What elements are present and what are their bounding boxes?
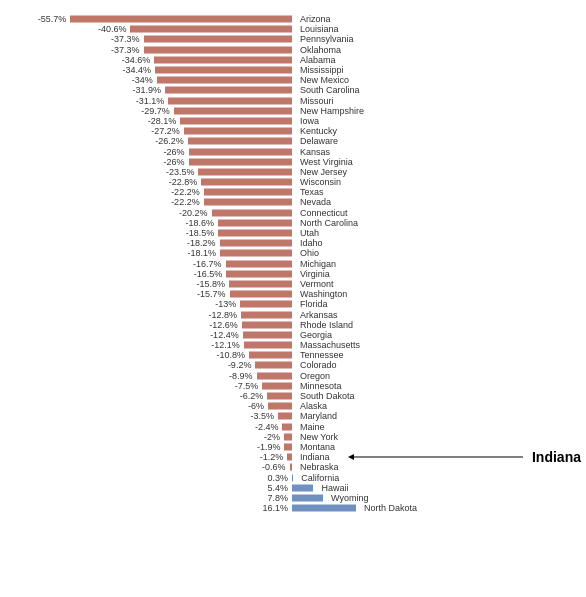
bar-value-label: -23.5% — [144, 167, 196, 177]
bar-row: -9.2%Colorado — [0, 360, 586, 370]
state-name-label: Minnesota — [300, 381, 342, 391]
negative-bar — [242, 321, 292, 328]
state-name-label: Nevada — [300, 197, 331, 207]
bar-row: -22.2%Texas — [0, 187, 586, 197]
negative-bar — [130, 26, 292, 33]
bar-row: -26.2%Delaware — [0, 136, 586, 146]
state-name-label: Mississippi — [300, 65, 344, 75]
state-name-label: Indiana — [300, 452, 330, 462]
negative-bar — [244, 342, 292, 349]
bar-row: -12.1%Massachusetts — [0, 340, 586, 350]
bar-value-label: -34.4% — [101, 65, 153, 75]
bar-value-label: -26.2% — [134, 136, 186, 146]
negative-bar — [201, 179, 292, 186]
bar-row: -6%Alaska — [0, 401, 586, 411]
state-name-label: Utah — [300, 228, 319, 238]
negative-bar — [284, 433, 292, 440]
state-name-label: Maine — [300, 422, 325, 432]
negative-bar — [157, 77, 292, 84]
state-name-label: Washington — [300, 289, 347, 299]
state-name-label: Arkansas — [300, 310, 338, 320]
negative-bar — [262, 382, 292, 389]
negative-bar — [204, 189, 292, 196]
bar-value-label: -40.6% — [76, 24, 128, 34]
state-name-label: Wisconsin — [300, 177, 341, 187]
state-name-label: Delaware — [300, 136, 338, 146]
bar-row: -7.5%Minnesota — [0, 381, 586, 391]
state-name-label: Rhode Island — [300, 320, 353, 330]
positive-bar — [292, 484, 313, 491]
bar-row: -12.6%Rhode Island — [0, 320, 586, 330]
bar-value-label: -26% — [135, 147, 187, 157]
negative-bar — [218, 219, 292, 226]
state-name-label: Kansas — [300, 147, 330, 157]
negative-bar — [282, 423, 292, 430]
negative-bar — [218, 230, 292, 237]
chart-container: -55.7%Arizona-40.6%Louisiana-37.3%Pennsy… — [0, 0, 586, 597]
state-name-label: New Hampshire — [300, 106, 364, 116]
bar-row: -26%Kansas — [0, 146, 586, 156]
bar-value-label: -29.7% — [120, 106, 172, 116]
bar-value-label: -3.5% — [224, 411, 276, 421]
state-name-label: Ohio — [300, 248, 319, 258]
bar-row: 0.3%California — [0, 472, 586, 482]
negative-bar — [240, 301, 292, 308]
negative-bar — [257, 372, 292, 379]
bar-row: -31.9%South Carolina — [0, 85, 586, 95]
bar-value-label: -26% — [135, 157, 187, 167]
bar-value-label: -18.2% — [166, 238, 218, 248]
negative-bar — [229, 280, 292, 287]
state-name-label: Kentucky — [300, 126, 337, 136]
state-name-label: Missouri — [300, 96, 334, 106]
state-name-label: Pennsylvania — [300, 34, 354, 44]
bar-value-label: -12.6% — [188, 320, 240, 330]
bar-row: -37.3%Pennsylvania — [0, 34, 586, 44]
state-name-label: Arizona — [300, 14, 331, 24]
negative-bar — [198, 168, 292, 175]
state-name-label: Alabama — [300, 55, 336, 65]
state-name-label: South Carolina — [300, 85, 360, 95]
bar-row: -18.6%North Carolina — [0, 218, 586, 228]
bar-row: -18.1%Ohio — [0, 248, 586, 258]
bar-row: -22.8%Wisconsin — [0, 177, 586, 187]
negative-bar — [267, 393, 292, 400]
positive-bar — [292, 494, 323, 501]
bar-value-label: -22.2% — [150, 187, 202, 197]
bar-value-label: -15.7% — [176, 289, 228, 299]
bar-value-label: -13% — [186, 299, 238, 309]
bar-row: -10.8%Tennessee — [0, 350, 586, 360]
state-name-label: Massachusetts — [300, 340, 360, 350]
bar-row: -34.6%Alabama — [0, 55, 586, 65]
bar-row: -22.2%Nevada — [0, 197, 586, 207]
state-name-label: Texas — [300, 187, 324, 197]
bar-value-label: -9.2% — [201, 360, 253, 370]
state-name-label: Oregon — [300, 371, 330, 381]
state-name-label: Michigan — [300, 259, 336, 269]
state-name-label: California — [301, 473, 339, 483]
state-name-label: Georgia — [300, 330, 332, 340]
state-name-label: New York — [300, 432, 338, 442]
negative-bar — [249, 352, 292, 359]
bar-value-label: 0.3% — [238, 473, 290, 483]
bar-row: -40.6%Louisiana — [0, 24, 586, 34]
negative-bar — [180, 117, 292, 124]
bar-value-label: -18.1% — [166, 248, 218, 258]
negative-bar — [226, 270, 292, 277]
bar-value-label: -18.6% — [164, 218, 216, 228]
bar-value-label: -12.8% — [187, 310, 239, 320]
bar-row: -16.7%Michigan — [0, 259, 586, 269]
bar-value-label: -1.9% — [230, 442, 282, 452]
negative-bar — [278, 413, 292, 420]
state-name-label: Nebraska — [300, 462, 339, 472]
negative-bar — [204, 199, 292, 206]
bar-value-label: -12.1% — [190, 340, 242, 350]
bar-row: -18.5%Utah — [0, 228, 586, 238]
negative-bar — [226, 260, 292, 267]
bar-row: -28.1%Iowa — [0, 116, 586, 126]
negative-bar — [290, 464, 292, 471]
state-name-label: Montana — [300, 442, 335, 452]
state-name-label: Wyoming — [331, 493, 368, 503]
bar-value-label: -31.9% — [111, 85, 163, 95]
bar-value-label: -34.6% — [100, 55, 152, 65]
positive-bar — [292, 474, 293, 481]
